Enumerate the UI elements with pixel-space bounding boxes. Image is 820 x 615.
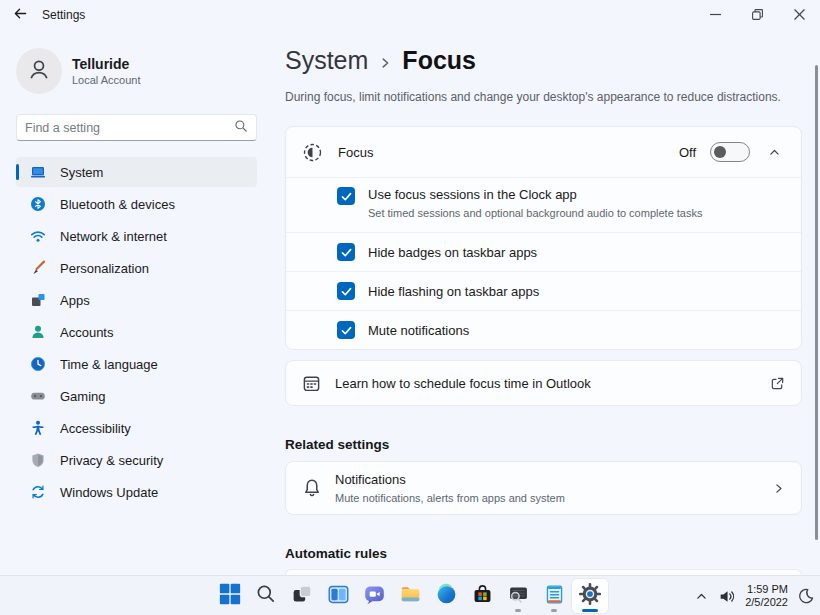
option-row-mute-notifications[interactable]: Mute notifications bbox=[286, 310, 801, 349]
focus-expander-header[interactable]: Focus Off bbox=[286, 127, 801, 177]
speaker-icon bbox=[718, 588, 735, 605]
accounts-icon bbox=[30, 324, 46, 340]
calendar-icon bbox=[302, 374, 321, 393]
shield-icon bbox=[30, 452, 46, 468]
restore-icon bbox=[752, 6, 763, 24]
tray-date: 2/5/2022 bbox=[745, 596, 788, 609]
account-name: Telluride bbox=[72, 56, 141, 72]
page-title: Focus bbox=[402, 46, 476, 75]
notes-button[interactable] bbox=[536, 579, 572, 613]
search-icon bbox=[255, 583, 277, 609]
breadcrumb-parent[interactable]: System bbox=[285, 46, 368, 75]
window-title: Settings bbox=[42, 8, 85, 22]
focus-toggle[interactable] bbox=[710, 142, 750, 162]
tray-chevron-button[interactable] bbox=[695, 590, 708, 603]
option-row-hide-badges[interactable]: Hide badges on taskbar apps bbox=[286, 232, 801, 271]
checkbox-hide-flashing[interactable] bbox=[337, 282, 355, 300]
sidebar-item-network[interactable]: Network & internet bbox=[16, 221, 257, 251]
sidebar-item-label: Bluetooth & devices bbox=[60, 197, 175, 212]
start-button[interactable] bbox=[212, 579, 248, 613]
sidebar-item-label: System bbox=[60, 165, 103, 180]
focus-icon bbox=[302, 142, 324, 163]
update-icon bbox=[30, 484, 46, 500]
outlook-link-card[interactable]: Learn how to schedule focus time in Outl… bbox=[285, 360, 802, 406]
tray-time: 1:59 PM bbox=[745, 583, 788, 596]
account-type: Local Account bbox=[72, 74, 141, 86]
sidebar-item-accessibility[interactable]: Accessibility bbox=[16, 413, 257, 443]
settings-button[interactable] bbox=[572, 579, 608, 613]
sidebar-item-personalization[interactable]: Personalization bbox=[16, 253, 257, 283]
file-explorer-icon bbox=[399, 583, 422, 610]
system-icon bbox=[30, 164, 46, 180]
focus-assist-button[interactable] bbox=[798, 588, 814, 604]
sidebar-item-privacy[interactable]: Privacy & security bbox=[16, 445, 257, 475]
notifications-card[interactable]: Notifications Mute notifications, alerts… bbox=[285, 461, 802, 515]
sidebar-item-label: Network & internet bbox=[60, 229, 167, 244]
collapse-button[interactable] bbox=[764, 142, 785, 163]
widgets-button[interactable] bbox=[320, 579, 356, 613]
remote-screen-icon bbox=[507, 583, 530, 610]
brush-icon bbox=[30, 260, 46, 276]
main-panel: System Focus During focus, limit notific… bbox=[273, 30, 820, 575]
chevron-right-icon bbox=[378, 56, 392, 70]
task-view-button[interactable] bbox=[284, 579, 320, 613]
sidebar: Telluride Local Account System Bluetooth… bbox=[0, 30, 273, 575]
notes-icon bbox=[543, 583, 566, 610]
search-icon bbox=[234, 119, 248, 137]
related-settings-header: Related settings bbox=[285, 437, 802, 452]
file-explorer-button[interactable] bbox=[392, 579, 428, 613]
taskbar-search-button[interactable] bbox=[248, 579, 284, 613]
sidebar-item-label: Accounts bbox=[60, 325, 113, 340]
external-link-icon bbox=[770, 376, 785, 391]
minimize-button[interactable] bbox=[694, 0, 736, 30]
sidebar-item-apps[interactable]: Apps bbox=[16, 285, 257, 315]
minimize-icon bbox=[710, 6, 721, 24]
sidebar-item-bluetooth[interactable]: Bluetooth & devices bbox=[16, 189, 257, 219]
back-button[interactable] bbox=[0, 0, 40, 30]
sidebar-item-accounts[interactable]: Accounts bbox=[16, 317, 257, 347]
notifications-description: Mute notifications, alerts from apps and… bbox=[335, 492, 565, 504]
sidebar-item-label: Personalization bbox=[60, 261, 149, 276]
option-row-focus-sessions[interactable]: Use focus sessions in the Clock app Set … bbox=[286, 177, 801, 232]
account-header[interactable]: Telluride Local Account bbox=[16, 48, 257, 94]
bell-icon bbox=[302, 478, 322, 498]
person-icon bbox=[26, 56, 52, 86]
sidebar-item-label: Gaming bbox=[60, 389, 106, 404]
volume-button[interactable] bbox=[718, 588, 735, 605]
search-box[interactable] bbox=[16, 114, 257, 141]
search-input[interactable] bbox=[25, 121, 234, 135]
titlebar: Settings bbox=[0, 0, 820, 30]
wifi-icon bbox=[30, 228, 46, 244]
checkbox-hide-badges[interactable] bbox=[337, 243, 355, 261]
edge-icon bbox=[435, 583, 458, 610]
outlook-link-label: Learn how to schedule focus time in Outl… bbox=[335, 376, 591, 391]
edge-button[interactable] bbox=[428, 579, 464, 613]
store-icon bbox=[471, 583, 494, 610]
focus-card: Focus Off Use focus sessions in the Cloc… bbox=[285, 126, 802, 350]
sidebar-item-label: Windows Update bbox=[60, 485, 158, 500]
remote-screen-button[interactable] bbox=[500, 579, 536, 613]
sidebar-item-windows-update[interactable]: Windows Update bbox=[16, 477, 257, 507]
close-button[interactable] bbox=[778, 0, 820, 30]
restore-button[interactable] bbox=[736, 0, 778, 30]
sidebar-item-gaming[interactable]: Gaming bbox=[16, 381, 257, 411]
option-label: Use focus sessions in the Clock app bbox=[368, 187, 702, 202]
sidebar-item-label: Time & language bbox=[60, 357, 158, 372]
back-arrow-icon bbox=[13, 6, 28, 25]
checkbox-mute-notifications[interactable] bbox=[337, 321, 355, 339]
option-row-hide-flashing[interactable]: Hide flashing on taskbar apps bbox=[286, 271, 801, 310]
store-button[interactable] bbox=[464, 579, 500, 613]
close-icon bbox=[794, 6, 805, 24]
sidebar-item-system[interactable]: System bbox=[16, 157, 257, 187]
sidebar-item-time-language[interactable]: Time & language bbox=[16, 349, 257, 379]
check-icon bbox=[340, 324, 353, 337]
moon-icon bbox=[798, 588, 814, 604]
clock-globe-icon bbox=[30, 356, 46, 372]
option-label: Hide badges on taskbar apps bbox=[368, 245, 537, 260]
checkbox-focus-sessions[interactable] bbox=[337, 187, 355, 205]
chat-icon bbox=[363, 583, 386, 610]
widgets-icon bbox=[327, 583, 350, 610]
clock[interactable]: 1:59 PM 2/5/2022 bbox=[745, 583, 788, 609]
scrollbar[interactable] bbox=[815, 65, 818, 540]
chat-button[interactable] bbox=[356, 579, 392, 613]
